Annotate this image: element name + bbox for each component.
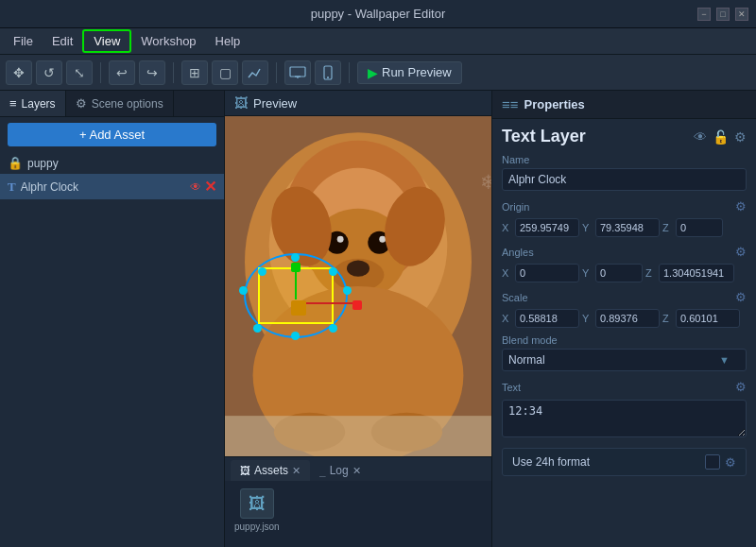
main-area: ≡ Layers ⚙ Scene options + Add Asset 🔒 p… <box>0 91 756 547</box>
add-asset-button[interactable]: + Add Asset <box>8 123 216 146</box>
visibility-toggle-icon[interactable]: 👁 <box>694 129 707 145</box>
select-button[interactable]: ▢ <box>212 60 238 85</box>
layer-puppy[interactable]: 🔒 puppy <box>0 152 224 174</box>
angles-coords: X Y Z <box>492 261 756 285</box>
toolbar-separator-3 <box>276 62 277 83</box>
text-layer-icon: T <box>8 179 16 195</box>
origin-x-input[interactable] <box>515 218 579 237</box>
scale-tool-button[interactable]: ⤡ <box>66 60 93 85</box>
run-preview-button[interactable]: ▶ Run Preview <box>357 61 462 84</box>
run-preview-label: Run Preview <box>382 65 452 79</box>
maximize-button[interactable]: □ <box>716 8 730 21</box>
scale-x-label: X <box>502 313 513 324</box>
angles-x-input[interactable] <box>515 264 579 282</box>
text-field: 12:34 <box>492 396 756 444</box>
bottom-tabs-bar: 🖼 Assets ✕ _ Log ✕ <box>225 456 491 481</box>
angles-z-input[interactable] <box>659 264 734 282</box>
rotate-handle-4[interactable] <box>329 324 337 333</box>
visibility-eye-icon[interactable]: 👁 <box>190 180 201 194</box>
rotate-handle-7[interactable] <box>329 267 337 276</box>
scale-handle-center[interactable] <box>291 300 306 316</box>
rotate-handle-8[interactable] <box>291 332 300 340</box>
scale-handle-right[interactable] <box>352 300 362 310</box>
x-axis-arrow <box>305 302 352 304</box>
blend-mode-select[interactable]: Normal Additive Multiply Screen <box>502 349 747 371</box>
angles-y-item: Y <box>582 264 643 282</box>
angles-x-item: X <box>502 264 579 282</box>
name-input[interactable] <box>502 168 747 191</box>
svg-point-16 <box>379 236 386 243</box>
left-panel: ≡ Layers ⚙ Scene options + Add Asset 🔒 p… <box>0 91 225 547</box>
properties-header: ≡≡ Properties <box>492 91 756 119</box>
origin-y-item: Y <box>582 218 660 237</box>
rotate-handle-3[interactable] <box>253 324 262 333</box>
title-bar: puppy - Wallpaper Editor − □ ✕ <box>0 0 756 28</box>
menu-help[interactable]: Help <box>206 31 250 51</box>
layer-actions: 👁 ✕ <box>190 178 216 196</box>
tab-layers[interactable]: ≡ Layers <box>0 91 66 116</box>
text-input[interactable]: 12:34 <box>502 400 747 437</box>
scale-y-input[interactable] <box>595 309 660 328</box>
use24h-label: Use 24h format <box>512 455 590 469</box>
text-label: Text <box>502 382 521 393</box>
origin-y-input[interactable] <box>595 218 660 237</box>
origin-z-input[interactable] <box>676 218 723 237</box>
monitor2-button[interactable] <box>315 60 341 85</box>
move-tool-button[interactable]: ✥ <box>6 60 32 85</box>
menu-file[interactable]: File <box>4 31 43 51</box>
redo-button[interactable]: ↪ <box>139 60 165 85</box>
menu-workshop[interactable]: Workshop <box>131 31 205 51</box>
rotate-handle-5[interactable] <box>343 286 352 295</box>
scale-x-input[interactable] <box>515 309 579 328</box>
toolbar-separator-2 <box>173 62 174 83</box>
rotate-handle-2[interactable] <box>239 286 248 295</box>
scale-y-item: Y <box>582 309 660 328</box>
panel-tabs: ≡ Layers ⚙ Scene options <box>0 91 224 117</box>
scene-icon: ⚙ <box>76 96 87 111</box>
use24h-checkbox[interactable] <box>705 454 720 470</box>
assets-tab-close[interactable]: ✕ <box>292 465 301 477</box>
angles-y-input[interactable] <box>595 264 643 282</box>
toolbar-separator-1 <box>100 62 101 83</box>
scale-gear-icon[interactable]: ⚙ <box>735 290 747 304</box>
assets-tab-icon: 🖼 <box>240 465 250 476</box>
origin-x-label: X <box>502 222 513 233</box>
properties-title: Properties <box>524 97 585 111</box>
svg-rect-0 <box>290 67 305 77</box>
minimize-button[interactable]: − <box>697 8 711 21</box>
delete-layer-icon[interactable]: ✕ <box>204 178 216 196</box>
origin-z-label: Z <box>662 222 674 233</box>
angles-gear-icon[interactable]: ⚙ <box>735 245 747 259</box>
rotate-handle-1[interactable] <box>291 253 300 262</box>
text-gear-icon[interactable]: ⚙ <box>735 380 747 394</box>
origin-gear-icon[interactable]: ⚙ <box>735 199 747 214</box>
monitor1-button[interactable] <box>284 60 311 85</box>
layer-alphr-clock[interactable]: T Alphr Clock 👁 ✕ <box>0 174 224 199</box>
menu-edit[interactable]: Edit <box>43 31 82 51</box>
bottom-content: 🖼 puppy.json <box>225 481 491 547</box>
settings-icon[interactable]: ⚙ <box>734 129 747 145</box>
tab-log[interactable]: _ Log ✕ <box>310 460 370 481</box>
text-section-header: Text ⚙ <box>492 375 756 396</box>
undo-button[interactable]: ↩ <box>109 60 135 85</box>
asset-puppy-json[interactable]: 🖼 puppy.json <box>234 488 280 532</box>
grid-button[interactable]: ⊞ <box>181 60 208 85</box>
use24h-gear-icon[interactable]: ⚙ <box>725 455 736 470</box>
y-axis-arrow <box>295 271 297 299</box>
lock-toggle-icon[interactable]: 🔓 <box>713 129 729 145</box>
rotate-tool-button[interactable]: ↺ <box>36 60 62 85</box>
rotate-handle-6[interactable] <box>258 267 266 276</box>
scale-z-input[interactable] <box>676 309 740 328</box>
properties-header-icon: ≡≡ <box>502 96 519 112</box>
assets-tab-label: Assets <box>254 464 288 477</box>
tab-scene-options[interactable]: ⚙ Scene options <box>66 91 174 116</box>
preview-area[interactable]: ❄ ❄ ❄ <box>225 116 491 456</box>
tab-assets[interactable]: 🖼 Assets ✕ <box>231 460 310 481</box>
text-layer-section: Text Layer 👁 🔓 ⚙ <box>492 119 756 150</box>
menu-view[interactable]: View <box>82 29 131 53</box>
section-icons: 👁 🔓 ⚙ <box>694 129 747 145</box>
angles-z-item: Z <box>645 264 734 282</box>
close-button[interactable]: ✕ <box>735 8 748 21</box>
chart-button[interactable] <box>242 60 268 85</box>
log-tab-close[interactable]: ✕ <box>352 465 361 477</box>
